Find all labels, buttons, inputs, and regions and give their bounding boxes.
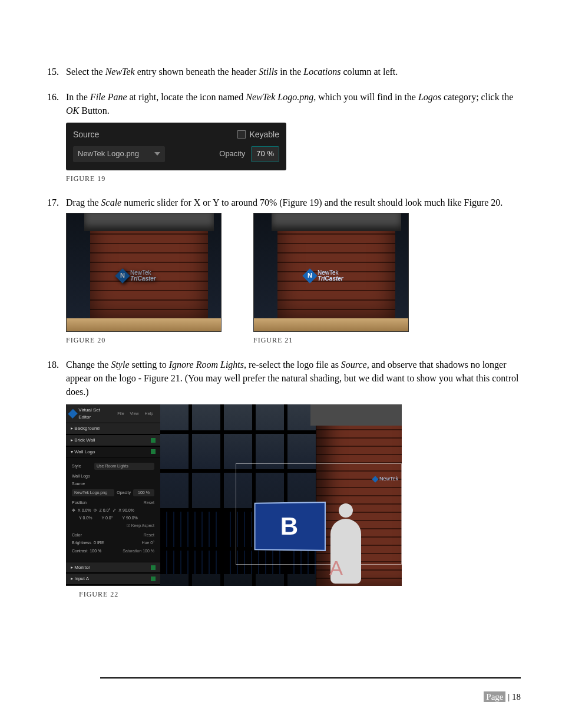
check-icon [151, 565, 156, 570]
document-page: 15. Select the NewTek entry shown beneat… [0, 0, 562, 728]
step-15: 15. Select the NewTek entry shown beneat… [41, 65, 521, 78]
layer-input-a[interactable]: ▸ Input A [66, 573, 160, 585]
figure-caption: FIGURE 21 [253, 335, 408, 345]
monitor-b: B [254, 502, 326, 551]
figure-caption: FIGURE 22 [79, 589, 521, 599]
figure-22: Virtual Set Editor File View Help ▸ Back… [66, 404, 521, 599]
figure-20: N NewTekTriCaster FIGURE 20 [66, 213, 220, 345]
label-a: A [329, 554, 343, 582]
step-number: 16. [41, 90, 59, 104]
page-footer: Page | 18 [484, 692, 521, 702]
newtek-logo: N NewTekTriCaster [305, 270, 343, 282]
step-number: 17. [41, 196, 59, 209]
step-18: 18. Change the Style setting to Ignore R… [41, 358, 521, 600]
opacity-field[interactable]: 100 % [133, 489, 154, 496]
figure-caption: FIGURE 20 [66, 335, 220, 345]
style-dropdown[interactable]: Use Room Lights [94, 463, 154, 470]
editor-sidebar: Virtual Set Editor File View Help ▸ Back… [66, 404, 160, 586]
keyable-checkbox[interactable]: Keyable [237, 129, 279, 140]
checkbox-icon [237, 130, 246, 139]
step-text: Drag the Scale numeric slider for X or Y… [66, 197, 503, 207]
source-dropdown[interactable]: NewTek Logo.png [72, 489, 114, 496]
layer-monitor[interactable]: ▸ Monitor [66, 562, 160, 574]
step-number: 18. [41, 358, 59, 371]
pillar-logo: NewTek [373, 475, 398, 483]
app-icon [68, 409, 77, 419]
reset-button[interactable]: Reset [144, 500, 154, 506]
step-text: Change the Style setting to Ignore Room … [66, 360, 518, 397]
check-icon [151, 577, 156, 581]
step-text: In the File Pane at right, locate the ic… [66, 92, 513, 116]
figure-21: N NewTekTriCaster FIGURE 21 [253, 213, 408, 345]
reset-button[interactable]: Reset [144, 532, 154, 538]
check-icon [151, 449, 156, 454]
move-icon: ✥ [72, 508, 75, 513]
step-16: 16. In the File Pane at right, locate th… [41, 90, 521, 184]
properties-panel: StyleUse Room Lights Wall Logo Source Ne… [66, 457, 160, 562]
step-list: 15. Select the NewTek entry shown beneat… [41, 65, 521, 600]
rotate-icon: ⟳ [94, 508, 97, 513]
step-17: 17. Drag the Scale numeric slider for X … [41, 196, 521, 346]
opacity-value[interactable]: 70 % [251, 146, 279, 162]
figure-caption: FIGURE 19 [66, 174, 521, 184]
source-label: Source [73, 129, 99, 140]
step-text: Select the NewTek entry shown beneath th… [66, 67, 398, 77]
layer-background[interactable]: ▸ Background [66, 423, 160, 434]
footer-rule [100, 677, 521, 678]
chevron-down-icon [154, 152, 160, 156]
newtek-logo: N NewTekTriCaster [117, 270, 156, 282]
source-dropdown[interactable]: NewTek Logo.png [73, 146, 165, 162]
menu-bar[interactable]: File View Help [114, 411, 157, 417]
step-number: 15. [41, 65, 59, 78]
scale-icon: ⤢ [113, 508, 116, 513]
figure-19-panel: Source Keyable NewTek Logo.png Opacity 7… [66, 123, 286, 170]
opacity-label: Opacity [219, 149, 245, 160]
layer-wall-logo[interactable]: ▾ Wall Logo [66, 446, 160, 458]
check-icon [151, 438, 156, 443]
layer-brick-wall[interactable]: ▸ Brick Wall [66, 434, 160, 446]
window-title: Virtual Set Editor File View Help [66, 404, 160, 423]
figure-row: N NewTekTriCaster FIGURE 20 N NewTekTriC… [66, 213, 521, 345]
preview-viewport: B A NewTek [160, 404, 402, 586]
